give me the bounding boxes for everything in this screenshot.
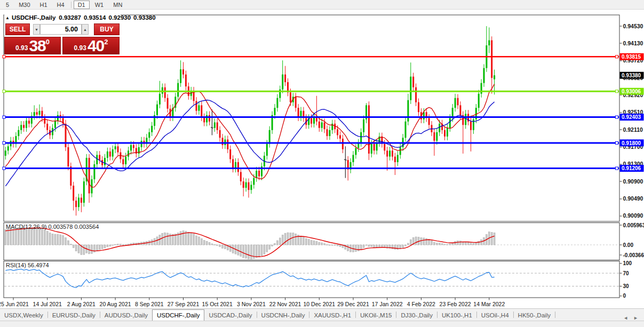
svg-text:3 Nov 2021: 3 Nov 2021 [237,301,266,307]
svg-text:15 Oct 2021: 15 Oct 2021 [202,301,233,307]
tab-uk100-h1[interactable]: UK100-,H1 [438,310,476,321]
tab-usdx-weekly[interactable]: USDX,Weekly [0,310,47,321]
svg-text:0.94530: 0.94530 [623,23,643,29]
svg-text:10 Dec 2021: 10 Dec 2021 [304,301,336,307]
volume-decrease-button[interactable]: ▼ [33,24,40,35]
tab-ukoil-m15[interactable]: UKOil-,M15 [356,310,396,321]
svg-text:29 Dec 2021: 29 Dec 2021 [337,301,369,307]
svg-text:8 Sep 2021: 8 Sep 2021 [135,301,164,307]
quote-buttons: 0.93 38 0 0.93 40 2 [4,37,121,54]
svg-text:17 Jan 2022: 17 Jan 2022 [372,301,403,307]
sell-price-digits: 38 [29,38,45,53]
svg-text:0.90900: 0.90900 [623,178,643,185]
svg-text:27 Sep 2021: 27 Sep 2021 [168,301,200,307]
tab-usdcnh-daily[interactable]: USDCNH-,Daily [257,310,309,321]
ohlc-low: 0.92930 [109,14,131,21]
sell-button[interactable]: SELL [5,23,30,35]
svg-text:MACD(12,26,9) 0.003578 0.00356: MACD(12,26,9) 0.003578 0.003564 [6,224,99,230]
chart-info-line: ▲ USDCHF-,Daily 0.93287 0.93514 0.92930 … [4,13,121,22]
timeframe-mn[interactable]: MN [109,1,126,9]
bottom-strip [0,321,644,327]
svg-text:4 Feb 2022: 4 Feb 2022 [407,301,435,307]
tab-eurusd-daily[interactable]: EURUSD-,Daily [48,310,100,321]
svg-text:70: 70 [623,270,630,276]
trade-panel: ▲ USDCHF-,Daily 0.93287 0.93514 0.92930 … [4,13,121,54]
tab-xauusd-h1[interactable]: XAUUSD-,H1 [309,310,355,321]
order-controls: SELL ▼ ▲ BUY [4,23,121,36]
svg-text:0.90090: 0.90090 [623,212,643,219]
tab-usoil-h4[interactable]: USOil-,H4 [477,310,513,321]
svg-text:0.93815: 0.93815 [622,54,641,60]
tab-dj30-daily[interactable]: DJ30-,Daily [396,310,436,321]
timeframe-h4[interactable]: H4 [53,1,69,9]
timeframe-w1[interactable]: W1 [91,1,108,9]
toolbar-divider [71,2,71,8]
ohlc-high: 0.93514 [84,14,106,21]
ohlc-open: 0.93287 [59,14,81,21]
tab-usdcad-daily[interactable]: USDCAD-,Daily [204,310,256,321]
svg-text:0: 0 [623,293,626,299]
svg-text:RSI(14) 56.4974: RSI(14) 56.4974 [6,262,49,268]
sell-price-pipette: 0 [46,38,50,46]
svg-text:100: 100 [623,260,632,266]
sell-price-prefix: 0.93 [15,44,28,52]
svg-text:25 Jun 2021: 25 Jun 2021 [0,301,29,307]
svg-text:20 Aug 2021: 20 Aug 2021 [100,301,131,307]
svg-text:0.90490: 0.90490 [623,195,643,202]
svg-text:0.94130: 0.94130 [623,40,643,46]
timeframe-m5[interactable]: 5 [2,1,13,9]
tab-usdchf-daily[interactable]: USDCHF-,Daily [152,309,205,321]
ohlc-close: 0.93380 [133,14,156,21]
volume-input[interactable] [40,24,82,35]
svg-text:0.92110: 0.92110 [623,126,643,133]
svg-text:0.00: 0.00 [623,242,634,248]
tab-scroll-right-icon[interactable]: ► [631,315,641,321]
buy-price-button[interactable]: 0.93 40 2 [62,37,120,54]
svg-text:2 Aug 2021: 2 Aug 2021 [67,301,96,307]
buy-price-digits: 40 [88,38,104,53]
tab-hk50-daily[interactable]: HK50-,Daily [514,310,555,321]
timeframe-h1[interactable]: H1 [36,1,52,9]
price-chart[interactable]: 0.945300.941300.937200.933200.929200.925… [0,10,644,308]
svg-text:0.91800: 0.91800 [622,140,641,146]
svg-text:14 Jul 2021: 14 Jul 2021 [33,301,62,307]
buy-price-prefix: 0.93 [74,44,86,52]
timeframe-toolbar: 5 M30 H1 H4 D1 W1 MN [0,0,644,10]
svg-text:0.005963: 0.005963 [623,222,644,228]
tab-audusd-daily[interactable]: AUDUSD-,Daily [100,310,152,321]
svg-text:0.92403: 0.92403 [622,114,641,120]
buy-price-pipette: 2 [104,38,108,46]
svg-text:0.93006: 0.93006 [622,89,641,94]
svg-text:14 Mar 2022: 14 Mar 2022 [473,301,505,307]
svg-text:0.91206: 0.91206 [622,165,641,171]
svg-text:22 Nov 2021: 22 Nov 2021 [269,301,301,307]
timeframe-m30[interactable]: M30 [14,1,34,9]
chart-symbol-label: USDCHF-,Daily [12,14,55,21]
svg-text:23 Feb 2022: 23 Feb 2022 [440,301,471,307]
svg-text:0.93380: 0.93380 [622,73,641,78]
tab-scroll-left-icon[interactable]: ◄ [621,315,631,321]
buy-button[interactable]: BUY [94,23,120,35]
collapse-trade-panel-icon[interactable]: ▲ [5,15,10,20]
sell-price-button[interactable]: 0.93 38 0 [4,37,61,54]
svg-text:-0.00366: -0.00366 [623,252,644,258]
volume-increase-button[interactable]: ▲ [82,24,89,35]
timeframe-d1[interactable]: D1 [74,1,90,9]
chart-tab-bar: USDX,Weekly EURUSD-,Daily AUDUSD-,Daily … [0,308,644,321]
svg-text:30: 30 [623,283,630,289]
